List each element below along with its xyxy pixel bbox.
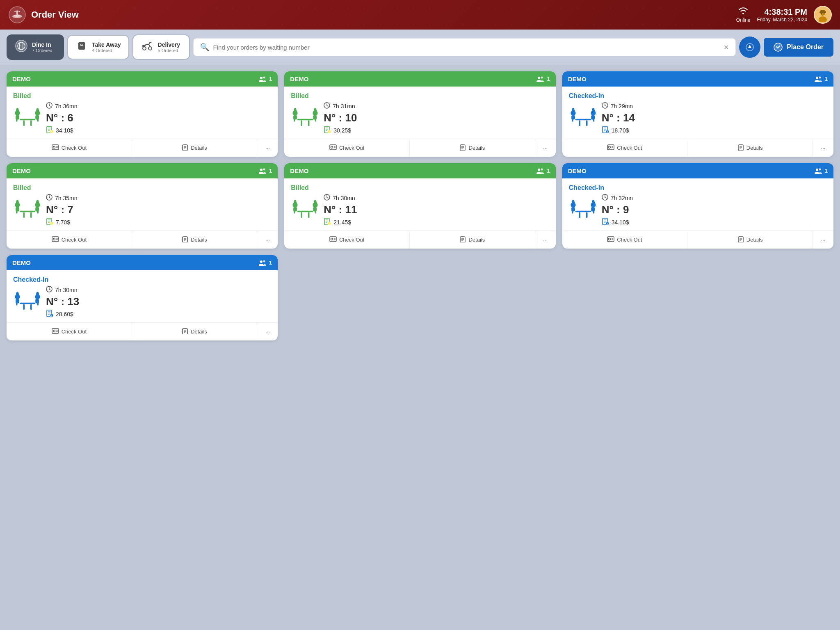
svg-point-140 [541, 168, 543, 170]
more-button-6[interactable]: ··· [813, 232, 833, 248]
details-button-2[interactable]: Details [410, 139, 535, 157]
search-bar[interactable]: 🔍 ✕ [193, 38, 736, 56]
svg-rect-82 [579, 120, 580, 126]
place-order-button[interactable]: Place Order [764, 38, 833, 57]
checkout-button-4[interactable]: Check Out [7, 231, 132, 248]
details-button-7[interactable]: Details [132, 323, 258, 340]
card-body-4: Billed 7 [7, 178, 278, 231]
details-button-6[interactable]: Details [687, 231, 813, 249]
svg-rect-53 [308, 120, 310, 126]
amount-row-5: $ 21.45$ [324, 218, 549, 226]
svg-point-199 [260, 260, 262, 263]
more-button-7[interactable]: ··· [257, 324, 278, 340]
search-clear-icon[interactable]: ✕ [724, 43, 729, 51]
more-button-4[interactable]: ··· [257, 232, 278, 248]
card-table-name-1: DEMO [12, 75, 31, 82]
svg-point-119 [35, 202, 40, 207]
svg-rect-63 [315, 119, 317, 121]
checkout-button-7[interactable]: Check Out [7, 323, 132, 340]
svg-point-169 [816, 169, 818, 171]
order-number-1: N° : 6 [46, 112, 271, 124]
svg-rect-206 [16, 292, 18, 294]
diner-illustration-7 [13, 287, 42, 317]
amount-row-2: $ 30.25$ [324, 126, 549, 135]
checkout-button-1[interactable]: Check Out [7, 139, 132, 156]
search-input[interactable] [213, 44, 720, 51]
order-number-3: N° : 14 [602, 112, 827, 124]
current-date: Friday, March 22, 2024 [757, 17, 807, 23]
checkout-label-1: Check Out [62, 145, 87, 151]
checkout-label-4: Check Out [62, 237, 87, 243]
more-icon-2: ··· [543, 145, 548, 151]
checkout-button-6[interactable]: Check Out [562, 231, 688, 248]
details-button-4[interactable]: Details [132, 231, 258, 249]
svg-text:$: $ [51, 131, 52, 133]
svg-point-179 [591, 202, 596, 207]
checkout-button-2[interactable]: Check Out [284, 139, 410, 156]
checkout-icon-6 [607, 236, 614, 243]
more-button-5[interactable]: ··· [535, 232, 556, 248]
svg-rect-17 [142, 45, 145, 47]
details-button-1[interactable]: Details [132, 139, 258, 157]
details-label-7: Details [191, 329, 207, 335]
more-button-1[interactable]: ··· [257, 140, 278, 156]
elapsed-time-6: 7h 32mn [611, 195, 633, 201]
card-body-6: Checked-In [562, 178, 833, 231]
search-icon: 🔍 [200, 43, 209, 52]
checkout-button-3[interactable]: Check Out [562, 139, 688, 156]
svg-rect-207 [16, 299, 19, 303]
tab-delivery[interactable]: Delivery 5 Ordered [132, 34, 190, 60]
svg-rect-118 [16, 210, 18, 213]
svg-point-174 [571, 202, 575, 207]
svg-point-84 [571, 110, 575, 115]
svg-rect-121 [37, 200, 39, 202]
svg-point-204 [15, 294, 20, 299]
diner-illustration-3 [569, 103, 598, 134]
svg-point-49 [538, 77, 540, 79]
more-button-3[interactable]: ··· [813, 140, 833, 156]
tab-dine-in[interactable]: Dine In 7 Ordered [7, 34, 64, 60]
time-row-4: 7h 35mn [46, 194, 271, 202]
card-actions-2: Check Out Details ··· [284, 139, 555, 157]
details-button-5[interactable]: Details [410, 231, 535, 249]
svg-point-200 [263, 260, 265, 262]
wifi-status: Online [736, 7, 751, 23]
svg-rect-113 [30, 212, 32, 218]
svg-rect-147 [293, 207, 297, 211]
svg-rect-183 [593, 210, 594, 213]
svg-rect-33 [37, 119, 39, 121]
elapsed-time-1: 7h 36mn [55, 103, 77, 110]
svg-rect-141 [297, 210, 313, 212]
svg-rect-201 [20, 302, 36, 304]
amount-row-3: $ 18.70$ [602, 126, 827, 135]
card-body-5: Billed 7 [284, 178, 555, 231]
time-row-3: 7h 29mn [602, 102, 827, 110]
checkout-button-5[interactable]: Check Out [284, 231, 410, 248]
checkout-icon-3 [607, 144, 614, 151]
svg-rect-111 [20, 210, 36, 212]
details-icon-5 [459, 236, 466, 244]
user-avatar[interactable] [814, 6, 832, 24]
more-icon-4: ··· [265, 237, 270, 243]
svg-rect-87 [571, 115, 575, 119]
svg-point-29 [35, 110, 40, 115]
receipt-icon-1: $ [46, 126, 53, 135]
svg-rect-58 [294, 119, 295, 121]
checkout-label-2: Check Out [339, 145, 364, 151]
online-button[interactable] [739, 37, 760, 58]
details-button-3[interactable]: Details [687, 139, 813, 157]
amount-row-6: $ 34.10$ [602, 218, 827, 226]
card-header-2: DEMO 1 [284, 71, 555, 87]
svg-rect-181 [592, 200, 594, 202]
current-time: 4:38:31 PM [757, 7, 807, 17]
elapsed-time-2: 7h 31mn [333, 103, 355, 110]
tab-take-away[interactable]: Take Away 4 Ordered [67, 35, 129, 59]
svg-rect-142 [301, 212, 303, 218]
details-label-4: Details [191, 237, 207, 243]
svg-point-114 [15, 202, 20, 207]
checkout-label-6: Check Out [617, 237, 642, 243]
checkout-icon-2 [329, 144, 337, 151]
card-header-6: DEMO 1 [562, 163, 833, 178]
more-button-2[interactable]: ··· [535, 140, 556, 156]
svg-rect-32 [35, 115, 39, 119]
